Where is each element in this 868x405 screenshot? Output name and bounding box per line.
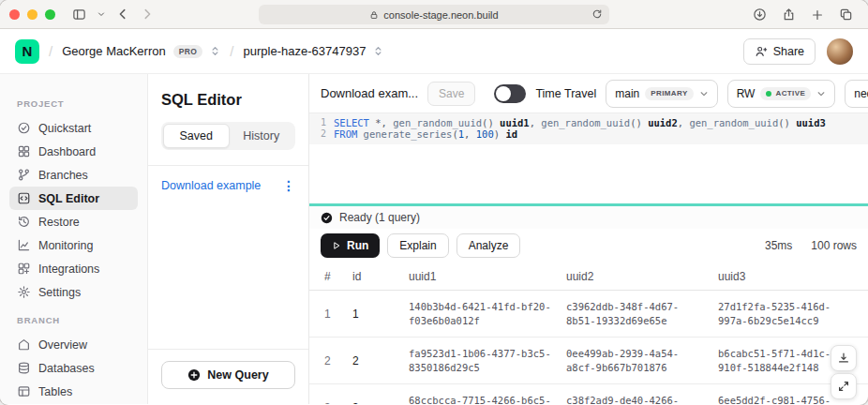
code-line: 1SELECT *, gen_random_uuid() uuid1, gen_… bbox=[309, 117, 868, 128]
table-row[interactable]: 11140b3b4d-6421-41fd-bf20-f03e6b0a012fc3… bbox=[309, 291, 868, 338]
sidebar-item-databases[interactable]: Databases bbox=[9, 356, 138, 380]
sidebar-sections: PROJECTQuickstartDashboardBranchesSQL Ed… bbox=[9, 98, 138, 404]
user-avatar[interactable] bbox=[827, 38, 853, 65]
monitoring-icon bbox=[17, 238, 31, 252]
chevron-down-icon[interactable] bbox=[97, 10, 105, 18]
kebab-menu-icon[interactable]: ⋮ bbox=[282, 179, 295, 192]
plus-circle-icon bbox=[187, 368, 201, 382]
page-title: SQL Editor bbox=[161, 91, 295, 109]
browser-actions bbox=[747, 0, 859, 29]
line-number: 1 bbox=[309, 117, 334, 128]
sidebar-item-monitoring[interactable]: Monitoring bbox=[9, 233, 138, 257]
overview-icon bbox=[17, 338, 31, 352]
org-name[interactable]: George MacKerron bbox=[62, 44, 166, 58]
share-button[interactable]: Share bbox=[743, 38, 816, 65]
forward-icon[interactable] bbox=[141, 8, 154, 21]
query-duration: 35ms bbox=[765, 239, 792, 252]
sidebar-section: PROJECTQuickstartDashboardBranchesSQL Ed… bbox=[9, 98, 138, 304]
actions-bar: Run Explain Analyze 35ms 100 rows bbox=[309, 229, 868, 262]
share-icon[interactable] bbox=[782, 8, 796, 22]
results-table: #iduuid1uuid2uuid3 11140b3b4d-6421-41fd-… bbox=[309, 262, 868, 404]
new-query-button[interactable]: New Query bbox=[161, 361, 295, 389]
editor-toolbar: Download exam... Save Time Travel main P… bbox=[309, 74, 868, 113]
chevron-down-icon bbox=[699, 89, 709, 98]
sidebar-section-label: BRANCH bbox=[17, 315, 138, 325]
table-cell: 1 bbox=[352, 308, 409, 321]
neon-logo-glyph: N bbox=[22, 43, 33, 59]
sidebar-item-tables[interactable]: Tables bbox=[9, 380, 138, 403]
saved-query-item[interactable]: Download example⋮ bbox=[148, 166, 308, 205]
status-text: Ready (1 query) bbox=[339, 211, 420, 224]
sidebar-item-label: Integrations bbox=[38, 262, 99, 276]
sidebar-item-settings[interactable]: Settings bbox=[9, 280, 138, 304]
table-row[interactable]: 3368ccbcca-7715-4266-b6c5-9f7a14ea6e5ec3… bbox=[309, 384, 868, 404]
query-title[interactable]: Download exam... bbox=[321, 86, 418, 100]
project-selector[interactable]: purple-haze-63747937 bbox=[244, 44, 367, 58]
sidebar-item-restore[interactable]: Restore bbox=[9, 210, 138, 233]
url-text: console-stage.neon.build bbox=[383, 9, 498, 21]
sidebar-item-integrations[interactable]: Integrations bbox=[9, 257, 138, 280]
back-icon[interactable] bbox=[116, 8, 129, 21]
breadcrumb-separator: / bbox=[230, 43, 233, 59]
analyze-button[interactable]: Analyze bbox=[456, 233, 521, 258]
branch-select[interactable]: main PRIMARY bbox=[606, 80, 717, 108]
results-body: 11140b3b4d-6421-41fd-bf20-f03e6b0a012fc3… bbox=[309, 291, 868, 404]
saved-query-label: Download example bbox=[161, 179, 261, 192]
share-button-label: Share bbox=[773, 45, 804, 58]
code-text: FROM generate_series(1, 100) id bbox=[334, 128, 517, 140]
tab-overview-icon[interactable] bbox=[839, 8, 853, 22]
table-row[interactable]: 22fa9523d1-1b06-4377-b3c5-8350186d29c50e… bbox=[309, 338, 868, 384]
tab-history[interactable]: History bbox=[230, 124, 294, 148]
new-tab-icon[interactable] bbox=[811, 8, 824, 22]
sidebar-item-label: Settings bbox=[38, 286, 81, 299]
zoom-window-button[interactable] bbox=[45, 9, 55, 20]
chevron-down-icon bbox=[816, 89, 826, 98]
sidebar-item-overview[interactable]: Overview bbox=[9, 333, 138, 356]
time-travel-toggle[interactable] bbox=[494, 84, 526, 103]
sidebar-item-label: Overview bbox=[38, 338, 87, 352]
tab-saved[interactable]: Saved bbox=[163, 124, 230, 148]
sidebar-item-label: Branches bbox=[38, 169, 88, 182]
dashboard-icon bbox=[17, 144, 31, 158]
run-label: Run bbox=[347, 239, 368, 252]
status-bar: Ready (1 query) bbox=[309, 206, 868, 229]
expand-results-button[interactable] bbox=[831, 373, 857, 399]
saved-query-list: Download example⋮ bbox=[148, 166, 308, 349]
sidebar-item-branches[interactable]: Branches bbox=[9, 163, 138, 187]
sql-editor-area[interactable]: 1SELECT *, gen_random_uuid() uuid1, gen_… bbox=[309, 113, 868, 203]
neon-logo[interactable]: N bbox=[15, 39, 39, 64]
row-count: 100 rows bbox=[811, 239, 857, 252]
explain-button[interactable]: Explain bbox=[387, 233, 448, 258]
run-button[interactable]: Run bbox=[321, 233, 380, 258]
sidebar-item-label: Tables bbox=[38, 385, 72, 398]
save-button[interactable]: Save bbox=[427, 82, 475, 106]
download-results-button[interactable] bbox=[831, 345, 857, 371]
minimize-window-button[interactable] bbox=[27, 9, 37, 20]
chevron-up-down-icon[interactable] bbox=[373, 46, 383, 56]
close-window-button[interactable] bbox=[9, 9, 20, 20]
sidebar-section: BRANCHOverviewDatabasesTablesRoles bbox=[9, 315, 138, 404]
sidebar-item-sql-editor[interactable]: SQL Editor bbox=[9, 187, 138, 210]
sidebar-item-roles[interactable]: Roles bbox=[9, 403, 138, 404]
sidebar-item-dashboard[interactable]: Dashboard bbox=[9, 140, 138, 163]
address-bar[interactable]: console-stage.neon.build bbox=[259, 5, 609, 24]
table-cell: 2 bbox=[324, 354, 352, 368]
active-badge: ACTIVE bbox=[760, 87, 811, 100]
database-select[interactable]: neondb bbox=[845, 80, 868, 108]
sidebar-toggle-icon[interactable] bbox=[72, 8, 86, 22]
line-number: 2 bbox=[309, 128, 334, 140]
column-header: # bbox=[324, 270, 352, 283]
query-tabs: SavedHistory bbox=[161, 122, 295, 150]
sidebar-item-quickstart[interactable]: Quickstart bbox=[9, 116, 138, 140]
check-circle-icon bbox=[321, 212, 333, 224]
downloads-icon[interactable] bbox=[753, 8, 767, 22]
time-travel-label: Time Travel bbox=[535, 87, 596, 100]
table-cell: 0ee499ab-2939-4a54-a8cf-9b667b701876 bbox=[566, 347, 718, 375]
chevron-up-down-icon[interactable] bbox=[210, 46, 220, 56]
compute-value: RW bbox=[737, 87, 756, 100]
database-value: neondb bbox=[854, 87, 868, 100]
reload-icon[interactable] bbox=[591, 8, 603, 20]
results-header-row: #iduuid1uuid2uuid3 bbox=[309, 262, 868, 291]
compute-select[interactable]: RW ACTIVE bbox=[727, 80, 836, 108]
table-cell: c3962ddb-348f-4d67-8b51-19332d69e65e bbox=[566, 300, 718, 328]
